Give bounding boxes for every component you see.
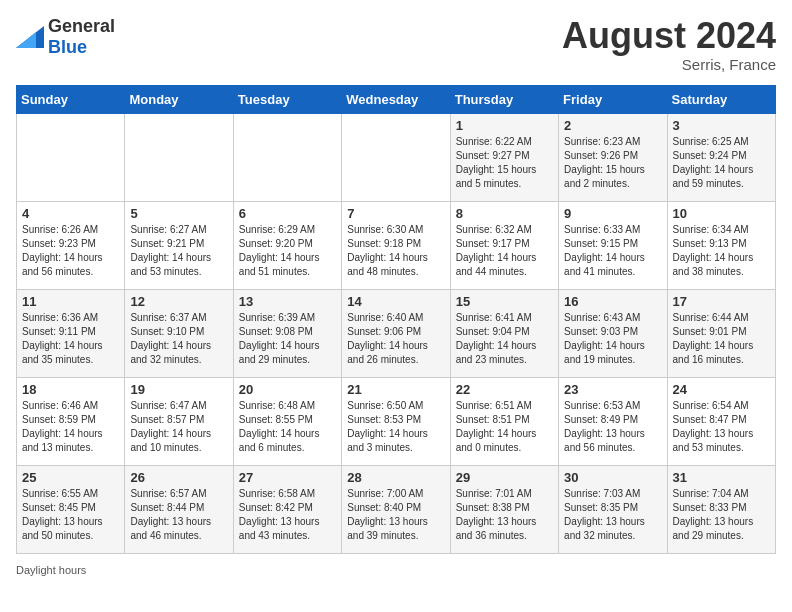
calendar-header: SundayMondayTuesdayWednesdayThursdayFrid…	[17, 85, 776, 113]
day-number: 14	[347, 294, 444, 309]
day-info: Sunrise: 7:01 AM Sunset: 8:38 PM Dayligh…	[456, 487, 553, 543]
day-number: 5	[130, 206, 227, 221]
svg-marker-1	[16, 32, 36, 48]
day-number: 7	[347, 206, 444, 221]
calendar-cell: 9Sunrise: 6:33 AM Sunset: 9:15 PM Daylig…	[559, 201, 667, 289]
day-of-week-header: Friday	[559, 85, 667, 113]
calendar-cell: 6Sunrise: 6:29 AM Sunset: 9:20 PM Daylig…	[233, 201, 341, 289]
calendar-cell: 24Sunrise: 6:54 AM Sunset: 8:47 PM Dayli…	[667, 377, 775, 465]
day-info: Sunrise: 6:48 AM Sunset: 8:55 PM Dayligh…	[239, 399, 336, 455]
day-number: 16	[564, 294, 661, 309]
day-info: Sunrise: 6:32 AM Sunset: 9:17 PM Dayligh…	[456, 223, 553, 279]
calendar-cell: 27Sunrise: 6:58 AM Sunset: 8:42 PM Dayli…	[233, 465, 341, 553]
day-of-week-header: Wednesday	[342, 85, 450, 113]
logo: General Blue	[16, 16, 115, 58]
day-info: Sunrise: 6:34 AM Sunset: 9:13 PM Dayligh…	[673, 223, 770, 279]
calendar-cell: 8Sunrise: 6:32 AM Sunset: 9:17 PM Daylig…	[450, 201, 558, 289]
calendar-week-row: 25Sunrise: 6:55 AM Sunset: 8:45 PM Dayli…	[17, 465, 776, 553]
logo-blue: Blue	[48, 37, 87, 57]
calendar-cell	[342, 113, 450, 201]
day-number: 20	[239, 382, 336, 397]
logo-icon	[16, 26, 44, 48]
day-number: 8	[456, 206, 553, 221]
calendar-cell: 7Sunrise: 6:30 AM Sunset: 9:18 PM Daylig…	[342, 201, 450, 289]
day-number: 12	[130, 294, 227, 309]
calendar-cell: 19Sunrise: 6:47 AM Sunset: 8:57 PM Dayli…	[125, 377, 233, 465]
day-info: Sunrise: 6:51 AM Sunset: 8:51 PM Dayligh…	[456, 399, 553, 455]
day-of-week-header: Saturday	[667, 85, 775, 113]
day-info: Sunrise: 6:41 AM Sunset: 9:04 PM Dayligh…	[456, 311, 553, 367]
day-number: 13	[239, 294, 336, 309]
day-number: 11	[22, 294, 119, 309]
calendar-cell: 31Sunrise: 7:04 AM Sunset: 8:33 PM Dayli…	[667, 465, 775, 553]
calendar-cell: 15Sunrise: 6:41 AM Sunset: 9:04 PM Dayli…	[450, 289, 558, 377]
day-number: 9	[564, 206, 661, 221]
day-number: 6	[239, 206, 336, 221]
day-info: Sunrise: 6:36 AM Sunset: 9:11 PM Dayligh…	[22, 311, 119, 367]
calendar-cell: 30Sunrise: 7:03 AM Sunset: 8:35 PM Dayli…	[559, 465, 667, 553]
day-of-week-header: Monday	[125, 85, 233, 113]
day-number: 31	[673, 470, 770, 485]
day-of-week-header: Tuesday	[233, 85, 341, 113]
footer: Daylight hours	[16, 564, 776, 576]
location-subtitle: Serris, France	[562, 56, 776, 73]
day-number: 15	[456, 294, 553, 309]
calendar-cell: 13Sunrise: 6:39 AM Sunset: 9:08 PM Dayli…	[233, 289, 341, 377]
calendar-week-row: 18Sunrise: 6:46 AM Sunset: 8:59 PM Dayli…	[17, 377, 776, 465]
day-info: Sunrise: 6:57 AM Sunset: 8:44 PM Dayligh…	[130, 487, 227, 543]
calendar-cell: 10Sunrise: 6:34 AM Sunset: 9:13 PM Dayli…	[667, 201, 775, 289]
day-info: Sunrise: 6:39 AM Sunset: 9:08 PM Dayligh…	[239, 311, 336, 367]
day-info: Sunrise: 6:47 AM Sunset: 8:57 PM Dayligh…	[130, 399, 227, 455]
calendar-cell: 12Sunrise: 6:37 AM Sunset: 9:10 PM Dayli…	[125, 289, 233, 377]
day-info: Sunrise: 6:43 AM Sunset: 9:03 PM Dayligh…	[564, 311, 661, 367]
day-number: 23	[564, 382, 661, 397]
day-of-week-header: Thursday	[450, 85, 558, 113]
day-number: 4	[22, 206, 119, 221]
day-info: Sunrise: 6:22 AM Sunset: 9:27 PM Dayligh…	[456, 135, 553, 191]
day-info: Sunrise: 6:46 AM Sunset: 8:59 PM Dayligh…	[22, 399, 119, 455]
calendar-cell	[125, 113, 233, 201]
page-header: General Blue August 2024 Serris, France	[16, 16, 776, 73]
day-info: Sunrise: 6:23 AM Sunset: 9:26 PM Dayligh…	[564, 135, 661, 191]
calendar-cell: 5Sunrise: 6:27 AM Sunset: 9:21 PM Daylig…	[125, 201, 233, 289]
calendar-cell: 2Sunrise: 6:23 AM Sunset: 9:26 PM Daylig…	[559, 113, 667, 201]
day-info: Sunrise: 6:25 AM Sunset: 9:24 PM Dayligh…	[673, 135, 770, 191]
day-number: 27	[239, 470, 336, 485]
month-year-title: August 2024	[562, 16, 776, 56]
day-info: Sunrise: 7:03 AM Sunset: 8:35 PM Dayligh…	[564, 487, 661, 543]
day-number: 22	[456, 382, 553, 397]
calendar-table: SundayMondayTuesdayWednesdayThursdayFrid…	[16, 85, 776, 554]
day-info: Sunrise: 6:50 AM Sunset: 8:53 PM Dayligh…	[347, 399, 444, 455]
calendar-cell: 11Sunrise: 6:36 AM Sunset: 9:11 PM Dayli…	[17, 289, 125, 377]
day-of-week-header: Sunday	[17, 85, 125, 113]
day-info: Sunrise: 6:29 AM Sunset: 9:20 PM Dayligh…	[239, 223, 336, 279]
calendar-week-row: 11Sunrise: 6:36 AM Sunset: 9:11 PM Dayli…	[17, 289, 776, 377]
day-number: 24	[673, 382, 770, 397]
calendar-cell: 16Sunrise: 6:43 AM Sunset: 9:03 PM Dayli…	[559, 289, 667, 377]
calendar-cell: 14Sunrise: 6:40 AM Sunset: 9:06 PM Dayli…	[342, 289, 450, 377]
day-info: Sunrise: 7:00 AM Sunset: 8:40 PM Dayligh…	[347, 487, 444, 543]
calendar-week-row: 4Sunrise: 6:26 AM Sunset: 9:23 PM Daylig…	[17, 201, 776, 289]
day-info: Sunrise: 6:58 AM Sunset: 8:42 PM Dayligh…	[239, 487, 336, 543]
calendar-cell: 20Sunrise: 6:48 AM Sunset: 8:55 PM Dayli…	[233, 377, 341, 465]
day-info: Sunrise: 6:54 AM Sunset: 8:47 PM Dayligh…	[673, 399, 770, 455]
day-info: Sunrise: 6:44 AM Sunset: 9:01 PM Dayligh…	[673, 311, 770, 367]
day-number: 2	[564, 118, 661, 133]
day-number: 26	[130, 470, 227, 485]
day-number: 21	[347, 382, 444, 397]
calendar-cell: 18Sunrise: 6:46 AM Sunset: 8:59 PM Dayli…	[17, 377, 125, 465]
day-number: 19	[130, 382, 227, 397]
day-number: 30	[564, 470, 661, 485]
calendar-cell: 25Sunrise: 6:55 AM Sunset: 8:45 PM Dayli…	[17, 465, 125, 553]
day-number: 10	[673, 206, 770, 221]
calendar-cell: 17Sunrise: 6:44 AM Sunset: 9:01 PM Dayli…	[667, 289, 775, 377]
day-number: 25	[22, 470, 119, 485]
logo-general: General	[48, 16, 115, 36]
calendar-cell: 1Sunrise: 6:22 AM Sunset: 9:27 PM Daylig…	[450, 113, 558, 201]
day-number: 28	[347, 470, 444, 485]
day-number: 3	[673, 118, 770, 133]
day-info: Sunrise: 6:30 AM Sunset: 9:18 PM Dayligh…	[347, 223, 444, 279]
calendar-cell: 22Sunrise: 6:51 AM Sunset: 8:51 PM Dayli…	[450, 377, 558, 465]
day-info: Sunrise: 6:33 AM Sunset: 9:15 PM Dayligh…	[564, 223, 661, 279]
day-info: Sunrise: 6:40 AM Sunset: 9:06 PM Dayligh…	[347, 311, 444, 367]
